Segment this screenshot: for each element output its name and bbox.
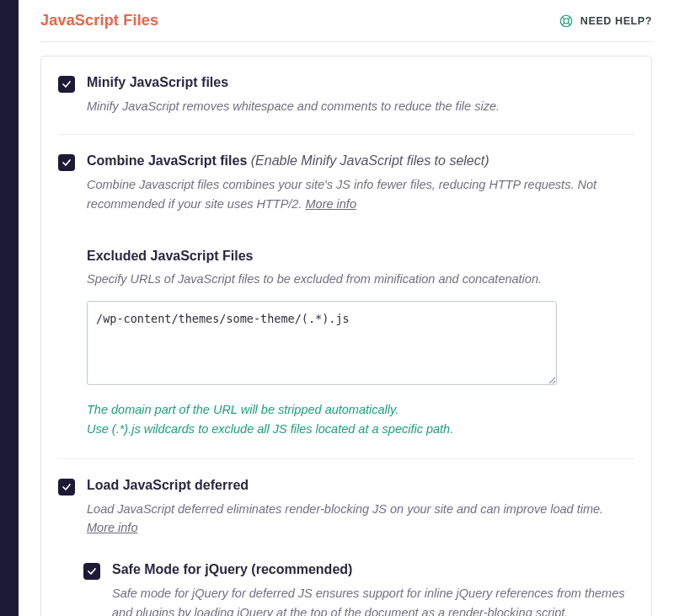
options-panel: Minify JavaScript files Minify JavaScrip… (40, 56, 652, 616)
combine-more-info-link[interactable]: More info (306, 197, 356, 211)
svg-line-5 (568, 23, 570, 25)
defer-more-info-link[interactable]: More info (87, 521, 137, 534)
nav-sidebar (0, 0, 19, 616)
minify-title: Minify JavaScript files (87, 75, 634, 90)
combine-title-meta: (Enable Minify JavaScript files to selec… (251, 153, 489, 168)
excluded-hint-1: The domain part of the URL will be strip… (87, 400, 634, 420)
svg-line-3 (568, 17, 570, 19)
option-minify: Minify JavaScript files Minify JavaScrip… (41, 56, 651, 134)
section-header: JavaScript Files NEED HELP? (40, 0, 652, 42)
combine-title: Combine JavaScript files (Enable Minify … (87, 153, 634, 169)
excluded-title: Excluded JavaScript Files (87, 249, 634, 264)
life-ring-icon (559, 13, 574, 29)
minify-desc: Minify JavaScript removes whitespace and… (87, 97, 634, 115)
defer-desc-text: Load JavaScript deferred eliminates rend… (87, 502, 603, 516)
svg-line-4 (562, 23, 564, 25)
safemode-checkbox[interactable] (83, 563, 100, 580)
option-combine: Combine JavaScript files (Enable Minify … (41, 135, 651, 458)
defer-desc: Load JavaScript deferred eliminates rend… (87, 500, 634, 538)
need-help-label: NEED HELP? (580, 15, 652, 27)
combine-desc: Combine Javascript files combines your s… (87, 175, 634, 213)
settings-content: JavaScript Files NEED HELP? (19, 0, 674, 616)
excluded-js-textarea[interactable] (87, 301, 557, 385)
svg-line-2 (562, 17, 564, 19)
option-defer: Load JavaScript deferred Load JavaScript… (41, 459, 651, 616)
defer-checkbox[interactable] (58, 479, 75, 495)
excluded-hint-2: Use (.*).js wildcards to exclude all JS … (87, 420, 634, 439)
option-safemode: Safe Mode for jQuery (recommended) Safe … (58, 562, 634, 616)
safemode-desc: Safe mode for jQuery for deferred JS ens… (112, 584, 634, 616)
combine-checkbox[interactable] (58, 154, 75, 171)
excluded-hints: The domain part of the URL will be strip… (87, 400, 634, 439)
defer-title: Load JavaScript deferred (87, 478, 634, 493)
section-title: JavaScript Files (40, 12, 158, 29)
svg-point-1 (564, 19, 569, 24)
combine-title-text: Combine JavaScript files (87, 153, 247, 168)
need-help-link[interactable]: NEED HELP? (559, 13, 652, 29)
minify-checkbox[interactable] (58, 76, 75, 93)
excluded-desc: Specify URLs of JavaScript files to be e… (87, 271, 634, 289)
safemode-title: Safe Mode for jQuery (recommended) (112, 562, 634, 577)
excluded-subsection: Excluded JavaScript Files Specify URLs o… (87, 249, 634, 439)
